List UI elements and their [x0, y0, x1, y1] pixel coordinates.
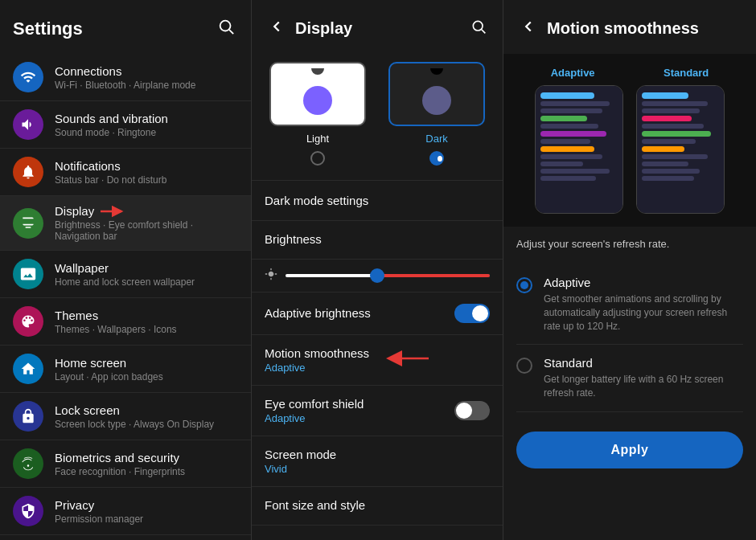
sidebar-item-privacy[interactable]: Privacy Permission manager [0, 488, 251, 535]
font-size-item[interactable]: Font size and style [252, 487, 503, 526]
std-mock-row-1 [642, 92, 688, 99]
motion-smoothness-header: Motion smoothness [503, 0, 756, 54]
biometrics-icon [13, 448, 43, 479]
privacy-title: Privacy [55, 498, 238, 512]
screen-zoom-label: Screen zoom [265, 537, 490, 540]
mock-row-11 [540, 169, 610, 174]
motion-smoothness-back-button[interactable] [516, 14, 540, 43]
theme-radio-light[interactable] [310, 151, 325, 166]
standard-preview-label: Standard [664, 67, 709, 79]
display-icon [13, 208, 43, 239]
motion-description: Adjust your screen's refresh rate. [503, 227, 756, 258]
connections-title: Connections [55, 64, 238, 78]
sidebar-item-wallpaper[interactable]: Wallpaper Home and lock screen wallpaper [0, 251, 251, 298]
brightness-slider[interactable] [286, 274, 490, 277]
settings-title: Settings [13, 18, 83, 39]
svg-line-1 [229, 30, 233, 34]
wallpaper-title: Wallpaper [55, 261, 238, 275]
notifications-text: Notifications Status bar · Do not distur… [55, 159, 238, 186]
standard-option-text: Standard Get longer battery life with a … [544, 356, 743, 400]
sounds-subtitle: Sound mode · Ringtone [55, 127, 238, 138]
settings-header: Settings [0, 0, 251, 54]
eye-comfort-label: Eye comfort shield [265, 397, 364, 411]
themes-title: Themes [55, 309, 238, 322]
display-subtitle: Brightness · Eye comfort shield · Naviga… [55, 219, 238, 242]
settings-search-button[interactable] [214, 14, 238, 43]
motion-smoothness-value: Adaptive [265, 362, 369, 374]
privacy-text: Privacy Permission manager [55, 498, 238, 525]
brightness-low-icon [265, 268, 277, 284]
sidebar-item-notifications[interactable]: Notifications Status bar · Do not distur… [0, 149, 251, 196]
sounds-text: Sounds and vibration Sound mode · Ringto… [55, 112, 238, 138]
sounds-title: Sounds and vibration [55, 112, 238, 125]
theme-radio-dark[interactable] [429, 151, 444, 166]
mock-row-8 [540, 146, 594, 152]
standard-screen [637, 86, 724, 213]
dark-mode-settings-label: Dark mode settings [265, 194, 490, 207]
sidebar-item-biometrics[interactable]: Biometrics and security Face recognition… [0, 440, 251, 488]
motion-smoothness-text: Motion smoothness Adaptive [265, 346, 369, 374]
display-search-button[interactable] [467, 15, 490, 42]
adaptive-option-title: Adaptive [544, 276, 743, 289]
adaptive-brightness-item[interactable]: Adaptive brightness [252, 292, 503, 335]
std-mock-row-3 [642, 108, 700, 113]
privacy-icon [13, 496, 43, 526]
sidebar-item-sounds[interactable]: Sounds and vibration Sound mode · Ringto… [0, 101, 251, 149]
display-panel: Display Light Dark D [252, 0, 503, 540]
home-screen-icon [13, 354, 43, 384]
screen-mode-item[interactable]: Screen mode Vivid [252, 436, 503, 487]
home-screen-text: Home screen Layout · App icon badges [55, 356, 238, 382]
adaptive-preview-label: Adaptive [551, 67, 595, 79]
display-title: Display [55, 204, 238, 218]
theme-label-light: Light [306, 133, 329, 145]
screen-zoom-item[interactable]: Screen zoom [252, 526, 503, 540]
std-mock-row-7 [642, 139, 696, 144]
standard-radio[interactable] [516, 358, 532, 374]
motion-options-list: Adaptive Get smoother animations and scr… [503, 258, 756, 419]
lock-screen-text: Lock screen Screen lock type · Always On… [55, 403, 238, 430]
eye-comfort-row: Eye comfort shield Adaptive [265, 397, 490, 424]
adaptive-brightness-label: Adaptive brightness [265, 306, 371, 320]
theme-label-dark: Dark [425, 133, 447, 145]
std-mock-row-4 [642, 116, 692, 121]
std-mock-row-5 [642, 124, 704, 129]
adaptive-brightness-toggle[interactable] [454, 304, 490, 323]
eye-comfort-item[interactable]: Eye comfort shield Adaptive [252, 386, 503, 436]
apply-button[interactable]: Apply [516, 432, 743, 468]
sidebar-item-home-screen[interactable]: Home screen Layout · App icon badges [0, 346, 251, 393]
lock-screen-subtitle: Screen lock type · Always On Display [55, 419, 238, 430]
adaptive-option[interactable]: Adaptive Get smoother animations and scr… [516, 264, 743, 345]
connections-icon [13, 62, 43, 92]
mock-row-12 [540, 176, 596, 181]
mock-row-5 [540, 124, 598, 129]
sidebar-item-themes[interactable]: Themes Themes · Wallpapers · Icons [0, 298, 251, 346]
adaptive-phone-mock [535, 85, 623, 214]
motion-smoothness-arrow-annotation [382, 350, 430, 370]
biometrics-text: Biometrics and security Face recognition… [55, 451, 238, 477]
adaptive-brightness-row: Adaptive brightness [265, 304, 490, 323]
eye-comfort-value: Adaptive [265, 412, 364, 424]
theme-option-dark[interactable]: Dark [384, 62, 490, 166]
dark-mode-settings-item[interactable]: Dark mode settings [252, 182, 503, 221]
std-mock-row-2 [642, 101, 708, 106]
motion-smoothness-preview: Adaptive Standard [503, 54, 756, 227]
sounds-icon [13, 109, 43, 140]
mock-row-3 [540, 108, 602, 113]
theme-option-light[interactable]: Light [265, 62, 371, 166]
themes-icon [13, 306, 43, 337]
sidebar-item-lock-screen[interactable]: Lock screen Screen lock type · Always On… [0, 393, 251, 440]
standard-option[interactable]: Standard Get longer battery life with a … [516, 345, 743, 412]
display-back-button[interactable] [265, 14, 289, 43]
eye-comfort-toggle[interactable] [454, 401, 490, 420]
sidebar-item-display[interactable]: Display Brightness · Eye comfort shield … [0, 196, 251, 251]
motion-smoothness-item[interactable]: Motion smoothness Adaptive [252, 335, 503, 386]
themes-text: Themes Themes · Wallpapers · Icons [55, 309, 238, 335]
biometrics-title: Biometrics and security [55, 451, 238, 464]
adaptive-option-text: Adaptive Get smoother animations and scr… [544, 276, 743, 333]
mock-row-6 [540, 131, 606, 137]
sidebar-item-connections[interactable]: Connections Wi-Fi · Bluetooth · Airplane… [0, 54, 251, 101]
mock-row-1 [540, 92, 594, 99]
standard-option-title: Standard [544, 356, 743, 370]
std-mock-row-11 [642, 169, 700, 174]
adaptive-radio[interactable] [516, 277, 532, 293]
